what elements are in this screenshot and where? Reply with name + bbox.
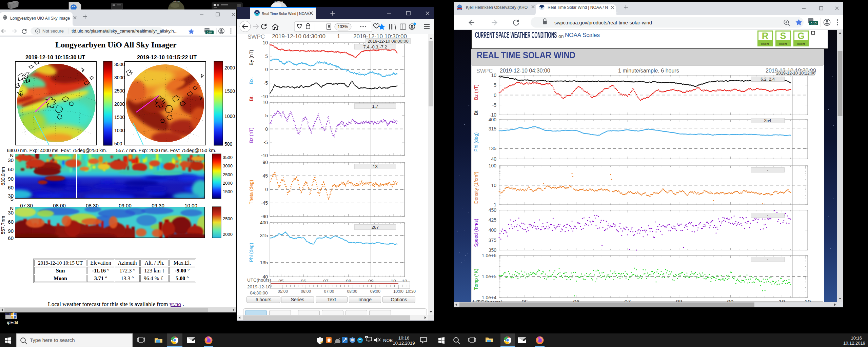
- svg-text:1000: 1000: [114, 128, 125, 133]
- svg-text:10:16: 10:16: [398, 335, 410, 341]
- svg-text:NOB: NOB: [383, 338, 393, 343]
- svg-text:500: 500: [224, 141, 233, 147]
- svg-text:10:16: 10:16: [851, 335, 862, 341]
- svg-text:2500: 2500: [223, 172, 233, 177]
- svg-text:2500: 2500: [223, 216, 233, 221]
- svg-text:1.0e+5: 1.0e+5: [482, 274, 496, 279]
- svg-text:05:00: 05:00: [278, 289, 288, 294]
- svg-text:400: 400: [489, 117, 497, 122]
- svg-text:1500: 1500: [114, 115, 125, 120]
- svg-text:3000: 3000: [223, 163, 233, 168]
- svg-text:-10: -10: [261, 153, 268, 158]
- svg-text:0: 0: [265, 187, 268, 192]
- svg-text:ipEdit: ipEdit: [7, 320, 18, 325]
- svg-text:1500: 1500: [223, 189, 233, 194]
- svg-text:-5: -5: [264, 80, 268, 86]
- svg-text:90: 90: [262, 160, 268, 165]
- svg-text:400: 400: [489, 227, 497, 233]
- svg-text:-10: -10: [261, 94, 268, 99]
- svg-text:0: 0: [494, 93, 496, 98]
- svg-text:10.12.2019: 10.12.2019: [393, 341, 415, 346]
- svg-text:UNIS: UNIS: [458, 8, 461, 10]
- svg-text:315: 315: [260, 233, 268, 238]
- svg-text:06:00: 06:00: [301, 289, 311, 294]
- svg-text:moon.tif: moon.tif: [275, 0, 283, 3]
- svg-text:10:30: 10:30: [406, 289, 416, 294]
- svg-text:0: 0: [265, 67, 268, 72]
- svg-text:09:00: 09:00: [370, 289, 380, 294]
- svg-text:0: 0: [265, 126, 268, 132]
- svg-text:350: 350: [489, 247, 497, 253]
- svg-text:1.0e+6: 1.0e+6: [482, 253, 496, 258]
- svg-text:375: 375: [489, 238, 497, 243]
- svg-text:3000: 3000: [114, 75, 125, 80]
- svg-text:5: 5: [265, 113, 268, 118]
- svg-text:2000: 2000: [114, 101, 125, 107]
- svg-text:2500: 2500: [114, 88, 125, 94]
- svg-text:500: 500: [114, 141, 122, 146]
- svg-text:40: 40: [491, 156, 496, 162]
- svg-text:3500: 3500: [114, 62, 125, 67]
- svg-text:1500: 1500: [224, 88, 235, 94]
- svg-text:-90: -90: [261, 214, 268, 219]
- svg-text:425: 425: [489, 217, 497, 223]
- svg-text:1000: 1000: [224, 114, 235, 119]
- svg-text:135: 135: [260, 260, 268, 265]
- svg-text:Real Time Solar Wind | NOAA /: Real Time Solar Wind | NOAA /: [262, 12, 311, 16]
- svg-text:10.12.2019: 10.12.2019: [843, 341, 865, 346]
- svg-text:450: 450: [489, 207, 497, 213]
- svg-text:315: 315: [489, 126, 497, 131]
- svg-text:2000: 2000: [223, 181, 233, 186]
- svg-text:sdr.iso: sdr.iso: [173, 0, 180, 2]
- svg-text:5: 5: [494, 82, 496, 88]
- svg-text:3500: 3500: [223, 155, 233, 160]
- svg-text:08:00: 08:00: [347, 289, 357, 294]
- svg-text:-45: -45: [261, 200, 268, 206]
- svg-text:-5: -5: [264, 140, 268, 145]
- svg-text:-5: -5: [492, 102, 497, 108]
- svg-text:10: 10: [262, 100, 268, 105]
- svg-text:0:04: 0:04: [207, 31, 213, 34]
- svg-text:Not secure: Not secure: [42, 28, 64, 34]
- svg-text:10: 10: [491, 183, 496, 188]
- svg-text:07:00: 07:00: [324, 289, 334, 294]
- svg-text:2000: 2000: [224, 65, 235, 70]
- svg-text:400: 400: [260, 220, 268, 225]
- svg-text:Type here to search: Type here to search: [30, 337, 75, 343]
- svg-text:10: 10: [262, 40, 268, 45]
- svg-text:45: 45: [262, 173, 268, 179]
- svg-text:2000: 2000: [223, 232, 233, 237]
- svg-text:10:00: 10:00: [393, 289, 403, 294]
- svg-text:135: 135: [489, 146, 497, 151]
- svg-text:1: 1: [494, 202, 496, 207]
- svg-text:100: 100: [489, 163, 497, 168]
- svg-text:Longyearbyen UiO All Sky Image: Longyearbyen UiO All Sky Image: [10, 16, 70, 21]
- svg-text:5: 5: [265, 54, 268, 59]
- svg-text:133%: 133%: [338, 24, 348, 29]
- svg-text:10: 10: [491, 73, 496, 78]
- svg-text:tid.uio.no/plasma/allsky_camer: tid.uio.no/plasma/allsky_camera/realtime…: [72, 28, 178, 34]
